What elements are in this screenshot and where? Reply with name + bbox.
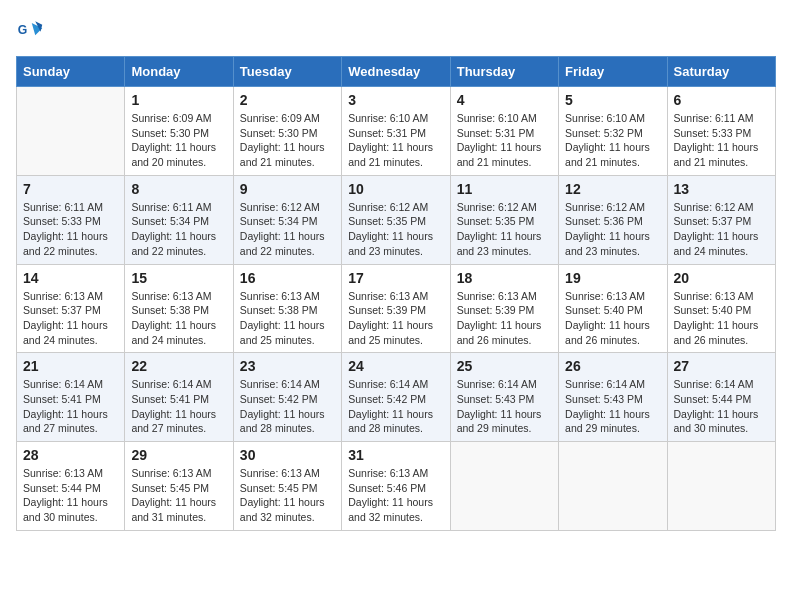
calendar-cell — [17, 87, 125, 176]
day-number: 10 — [348, 181, 443, 197]
calendar-cell: 12Sunrise: 6:12 AMSunset: 5:36 PMDayligh… — [559, 175, 667, 264]
calendar-cell: 10Sunrise: 6:12 AMSunset: 5:35 PMDayligh… — [342, 175, 450, 264]
day-info: Sunrise: 6:12 AMSunset: 5:37 PMDaylight:… — [674, 200, 769, 259]
day-number: 7 — [23, 181, 118, 197]
day-info: Sunrise: 6:11 AMSunset: 5:34 PMDaylight:… — [131, 200, 226, 259]
calendar-week-3: 14Sunrise: 6:13 AMSunset: 5:37 PMDayligh… — [17, 264, 776, 353]
page-header: G — [16, 16, 776, 44]
day-info: Sunrise: 6:12 AMSunset: 5:36 PMDaylight:… — [565, 200, 660, 259]
day-number: 25 — [457, 358, 552, 374]
calendar-cell: 27Sunrise: 6:14 AMSunset: 5:44 PMDayligh… — [667, 353, 775, 442]
header-tuesday: Tuesday — [233, 57, 341, 87]
day-info: Sunrise: 6:10 AMSunset: 5:32 PMDaylight:… — [565, 111, 660, 170]
day-number: 21 — [23, 358, 118, 374]
calendar-cell: 19Sunrise: 6:13 AMSunset: 5:40 PMDayligh… — [559, 264, 667, 353]
day-info: Sunrise: 6:12 AMSunset: 5:34 PMDaylight:… — [240, 200, 335, 259]
day-info: Sunrise: 6:09 AMSunset: 5:30 PMDaylight:… — [131, 111, 226, 170]
day-number: 16 — [240, 270, 335, 286]
day-number: 12 — [565, 181, 660, 197]
day-number: 20 — [674, 270, 769, 286]
day-number: 15 — [131, 270, 226, 286]
calendar-cell: 3Sunrise: 6:10 AMSunset: 5:31 PMDaylight… — [342, 87, 450, 176]
calendar-cell: 31Sunrise: 6:13 AMSunset: 5:46 PMDayligh… — [342, 442, 450, 531]
calendar-cell: 28Sunrise: 6:13 AMSunset: 5:44 PMDayligh… — [17, 442, 125, 531]
day-info: Sunrise: 6:11 AMSunset: 5:33 PMDaylight:… — [23, 200, 118, 259]
day-info: Sunrise: 6:13 AMSunset: 5:37 PMDaylight:… — [23, 289, 118, 348]
day-number: 19 — [565, 270, 660, 286]
calendar-cell: 30Sunrise: 6:13 AMSunset: 5:45 PMDayligh… — [233, 442, 341, 531]
day-number: 31 — [348, 447, 443, 463]
calendar-cell: 6Sunrise: 6:11 AMSunset: 5:33 PMDaylight… — [667, 87, 775, 176]
day-info: Sunrise: 6:11 AMSunset: 5:33 PMDaylight:… — [674, 111, 769, 170]
day-info: Sunrise: 6:13 AMSunset: 5:45 PMDaylight:… — [131, 466, 226, 525]
day-number: 3 — [348, 92, 443, 108]
day-number: 1 — [131, 92, 226, 108]
calendar-cell: 23Sunrise: 6:14 AMSunset: 5:42 PMDayligh… — [233, 353, 341, 442]
day-info: Sunrise: 6:13 AMSunset: 5:39 PMDaylight:… — [457, 289, 552, 348]
day-number: 11 — [457, 181, 552, 197]
day-number: 8 — [131, 181, 226, 197]
calendar-cell: 14Sunrise: 6:13 AMSunset: 5:37 PMDayligh… — [17, 264, 125, 353]
calendar-week-2: 7Sunrise: 6:11 AMSunset: 5:33 PMDaylight… — [17, 175, 776, 264]
calendar-cell: 7Sunrise: 6:11 AMSunset: 5:33 PMDaylight… — [17, 175, 125, 264]
day-info: Sunrise: 6:12 AMSunset: 5:35 PMDaylight:… — [348, 200, 443, 259]
day-info: Sunrise: 6:13 AMSunset: 5:46 PMDaylight:… — [348, 466, 443, 525]
day-number: 6 — [674, 92, 769, 108]
day-number: 23 — [240, 358, 335, 374]
day-number: 4 — [457, 92, 552, 108]
day-info: Sunrise: 6:13 AMSunset: 5:40 PMDaylight:… — [565, 289, 660, 348]
logo-icon: G — [16, 16, 44, 44]
day-number: 28 — [23, 447, 118, 463]
day-number: 30 — [240, 447, 335, 463]
day-info: Sunrise: 6:14 AMSunset: 5:43 PMDaylight:… — [565, 377, 660, 436]
day-info: Sunrise: 6:10 AMSunset: 5:31 PMDaylight:… — [457, 111, 552, 170]
day-info: Sunrise: 6:13 AMSunset: 5:45 PMDaylight:… — [240, 466, 335, 525]
day-number: 13 — [674, 181, 769, 197]
day-number: 17 — [348, 270, 443, 286]
calendar-body: 1Sunrise: 6:09 AMSunset: 5:30 PMDaylight… — [17, 87, 776, 531]
day-number: 24 — [348, 358, 443, 374]
calendar-cell: 17Sunrise: 6:13 AMSunset: 5:39 PMDayligh… — [342, 264, 450, 353]
svg-text:G: G — [18, 23, 28, 37]
calendar-table: SundayMondayTuesdayWednesdayThursdayFrid… — [16, 56, 776, 531]
day-info: Sunrise: 6:09 AMSunset: 5:30 PMDaylight:… — [240, 111, 335, 170]
calendar-cell: 4Sunrise: 6:10 AMSunset: 5:31 PMDaylight… — [450, 87, 558, 176]
calendar-cell: 22Sunrise: 6:14 AMSunset: 5:41 PMDayligh… — [125, 353, 233, 442]
calendar-cell — [559, 442, 667, 531]
calendar-cell: 25Sunrise: 6:14 AMSunset: 5:43 PMDayligh… — [450, 353, 558, 442]
day-number: 18 — [457, 270, 552, 286]
calendar-week-1: 1Sunrise: 6:09 AMSunset: 5:30 PMDaylight… — [17, 87, 776, 176]
calendar-cell: 29Sunrise: 6:13 AMSunset: 5:45 PMDayligh… — [125, 442, 233, 531]
calendar-cell: 11Sunrise: 6:12 AMSunset: 5:35 PMDayligh… — [450, 175, 558, 264]
calendar-cell: 8Sunrise: 6:11 AMSunset: 5:34 PMDaylight… — [125, 175, 233, 264]
day-number: 29 — [131, 447, 226, 463]
calendar-cell: 21Sunrise: 6:14 AMSunset: 5:41 PMDayligh… — [17, 353, 125, 442]
header-thursday: Thursday — [450, 57, 558, 87]
header-monday: Monday — [125, 57, 233, 87]
header-sunday: Sunday — [17, 57, 125, 87]
calendar-cell: 5Sunrise: 6:10 AMSunset: 5:32 PMDaylight… — [559, 87, 667, 176]
header-friday: Friday — [559, 57, 667, 87]
day-number: 14 — [23, 270, 118, 286]
calendar-cell: 9Sunrise: 6:12 AMSunset: 5:34 PMDaylight… — [233, 175, 341, 264]
day-number: 22 — [131, 358, 226, 374]
calendar-cell: 16Sunrise: 6:13 AMSunset: 5:38 PMDayligh… — [233, 264, 341, 353]
day-info: Sunrise: 6:12 AMSunset: 5:35 PMDaylight:… — [457, 200, 552, 259]
day-info: Sunrise: 6:14 AMSunset: 5:42 PMDaylight:… — [348, 377, 443, 436]
day-number: 2 — [240, 92, 335, 108]
calendar-week-4: 21Sunrise: 6:14 AMSunset: 5:41 PMDayligh… — [17, 353, 776, 442]
day-info: Sunrise: 6:10 AMSunset: 5:31 PMDaylight:… — [348, 111, 443, 170]
day-info: Sunrise: 6:13 AMSunset: 5:38 PMDaylight:… — [131, 289, 226, 348]
calendar-cell: 20Sunrise: 6:13 AMSunset: 5:40 PMDayligh… — [667, 264, 775, 353]
header-wednesday: Wednesday — [342, 57, 450, 87]
day-info: Sunrise: 6:13 AMSunset: 5:40 PMDaylight:… — [674, 289, 769, 348]
calendar-header: SundayMondayTuesdayWednesdayThursdayFrid… — [17, 57, 776, 87]
day-number: 26 — [565, 358, 660, 374]
day-info: Sunrise: 6:14 AMSunset: 5:41 PMDaylight:… — [23, 377, 118, 436]
calendar-cell: 26Sunrise: 6:14 AMSunset: 5:43 PMDayligh… — [559, 353, 667, 442]
calendar-week-5: 28Sunrise: 6:13 AMSunset: 5:44 PMDayligh… — [17, 442, 776, 531]
day-info: Sunrise: 6:14 AMSunset: 5:41 PMDaylight:… — [131, 377, 226, 436]
day-info: Sunrise: 6:13 AMSunset: 5:38 PMDaylight:… — [240, 289, 335, 348]
calendar-cell — [450, 442, 558, 531]
calendar-cell: 18Sunrise: 6:13 AMSunset: 5:39 PMDayligh… — [450, 264, 558, 353]
